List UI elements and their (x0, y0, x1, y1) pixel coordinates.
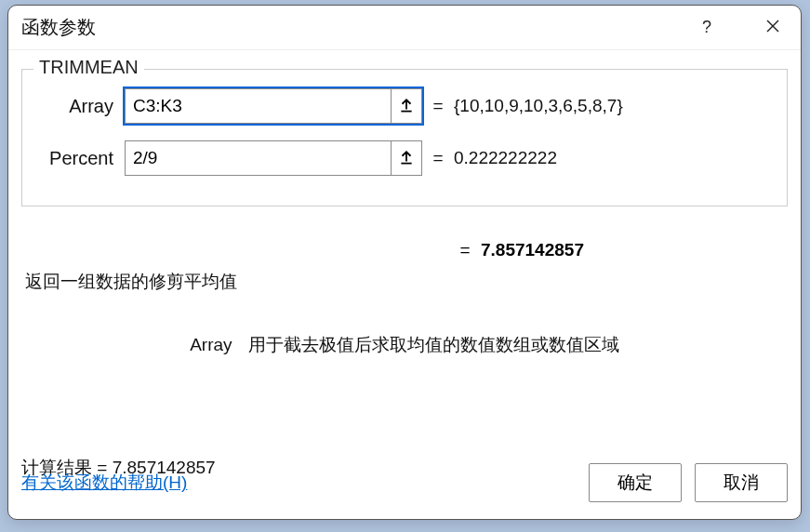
parameters-group: TRIMMEAN Array = {10,10,9,10,3,6,5,8,7} … (21, 69, 788, 206)
param-desc-text: 用于截去极值后求取均值的数值数组或数值区域 (248, 335, 619, 354)
param-row-percent: Percent = 0.222222222 (32, 139, 777, 178)
titlebar: 函数参数 ? (8, 6, 801, 50)
function-description: 返回一组数据的修剪平均值 (21, 270, 788, 294)
function-arguments-dialog: 函数参数 ? TRIMMEAN Array = {10,10,9,10,3,6,… (7, 5, 802, 520)
help-icon[interactable]: ? (695, 14, 719, 41)
title-controls: ? (695, 14, 788, 41)
parameter-description: Array 用于截去极值后求取均值的数值数组或数值区域 (21, 333, 788, 357)
close-icon[interactable] (758, 15, 788, 41)
param-desc-label: Array (190, 335, 232, 355)
percent-input[interactable] (125, 140, 391, 176)
equals-sign: = (422, 148, 454, 168)
param-label-percent: Percent (32, 148, 125, 169)
dialog-footer: 有关该函数的帮助(H) 确定 取消 (21, 463, 788, 502)
ok-button[interactable]: 确定 (589, 463, 682, 502)
range-selector-button-percent[interactable] (391, 140, 422, 176)
dialog-title: 函数参数 (21, 15, 695, 40)
function-name: TRIMMEAN (33, 57, 144, 78)
equals-sign: = (449, 240, 481, 260)
cancel-button[interactable]: 取消 (695, 463, 788, 502)
function-help-link[interactable]: 有关该函数的帮助(H) (21, 471, 187, 495)
footer-buttons: 确定 取消 (589, 463, 788, 502)
param-label-array: Array (32, 96, 125, 117)
function-result: 7.857142857 (481, 240, 584, 260)
array-preview: {10,10,9,10,3,6,5,8,7} (454, 96, 777, 116)
percent-preview: 0.222222222 (454, 148, 777, 168)
equals-sign: = (422, 96, 454, 116)
dialog-content: TRIMMEAN Array = {10,10,9,10,3,6,5,8,7} … (8, 50, 801, 519)
param-row-array: Array = {10,10,9,10,3,6,5,8,7} (32, 86, 777, 126)
param-input-wrap-array (125, 88, 422, 124)
function-result-row: = 7.857142857 (21, 240, 788, 260)
range-selector-button-array[interactable] (391, 88, 422, 124)
array-input[interactable] (125, 88, 391, 124)
param-input-wrap-percent (125, 140, 422, 176)
